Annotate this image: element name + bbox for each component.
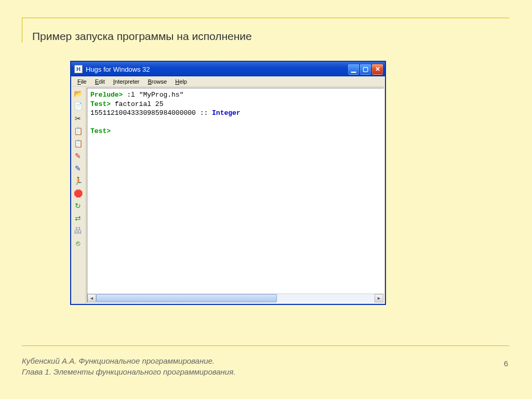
stop-icon[interactable]: 🛑 xyxy=(72,188,84,199)
titlebar[interactable]: H Hugs for Windows 32 ▁ ▢ ✕ xyxy=(71,62,385,76)
clipboard-icon[interactable]: 📋 xyxy=(72,125,84,137)
maximize-button[interactable]: ▢ xyxy=(360,64,371,75)
footer: Кубенский А.А. Функциональное программир… xyxy=(22,355,235,377)
footer-line-2: Глава 1. Элементы функционального програ… xyxy=(22,366,235,377)
minimize-button[interactable]: ▁ xyxy=(348,64,359,75)
menu-help[interactable]: Help xyxy=(171,77,191,86)
footer-line-1: Кубенский А.А. Функциональное программир… xyxy=(22,355,235,366)
scroll-right-icon[interactable]: ► xyxy=(375,294,383,302)
window-buttons: ▁ ▢ ✕ xyxy=(348,64,383,75)
exit-icon[interactable]: ⎋ xyxy=(72,237,84,249)
menubar: File Edit Interpreter Browse Help xyxy=(71,76,385,87)
close-button[interactable]: ✕ xyxy=(372,64,383,75)
slide-title: Пример запуска программы на исполнение xyxy=(32,30,252,43)
paste-icon[interactable]: 📋 xyxy=(72,138,84,149)
copy-icon[interactable]: 📄 xyxy=(72,100,84,112)
menu-edit[interactable]: Edit xyxy=(91,77,109,86)
open-icon[interactable]: 📂 xyxy=(72,88,84,99)
pencil-red-icon[interactable]: ✎ xyxy=(72,150,84,162)
pencil-blue-icon[interactable]: ✎ xyxy=(72,163,84,174)
menu-browse[interactable]: Browse xyxy=(143,77,171,86)
body-area: 📂📄✂📋📋✎✎🏃🛑↻⇄品⎋ Prelude> :l "MyProg.hs" Te… xyxy=(71,87,385,304)
hscrollbar[interactable]: ◄ ► xyxy=(87,294,383,302)
menu-interpreter[interactable]: Interpreter xyxy=(109,77,144,86)
scroll-thumb[interactable] xyxy=(96,294,277,302)
tree-icon[interactable]: ⇄ xyxy=(72,212,84,224)
menu-file[interactable]: File xyxy=(73,77,91,86)
console[interactable]: Prelude> :l "MyProg.hs" Test> factorial … xyxy=(87,88,383,294)
footer-separator xyxy=(22,345,509,346)
app-window: H Hugs for Windows 32 ▁ ▢ ✕ File Edit In… xyxy=(71,61,385,304)
page-number: 6 xyxy=(504,359,508,368)
settings-icon[interactable]: 品 xyxy=(72,225,84,236)
toolbar: 📂📄✂📋📋✎✎🏃🛑↻⇄品⎋ xyxy=(71,87,86,304)
window-title: Hugs for Windows 32 xyxy=(86,65,348,73)
app-icon: H xyxy=(74,65,83,73)
scroll-track[interactable] xyxy=(96,294,375,302)
scroll-left-icon[interactable]: ◄ xyxy=(87,294,96,302)
run-icon[interactable]: 🏃 xyxy=(72,175,84,187)
reload-icon[interactable]: ↻ xyxy=(72,200,84,211)
cut-icon[interactable]: ✂ xyxy=(72,113,84,124)
console-wrap: Prelude> :l "MyProg.hs" Test> factorial … xyxy=(87,88,384,303)
